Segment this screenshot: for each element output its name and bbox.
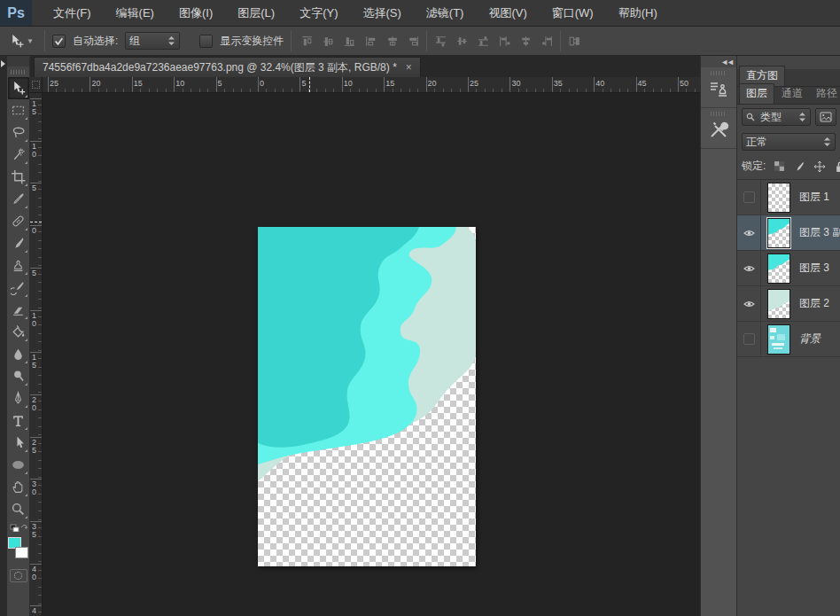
path-selection-tool[interactable] xyxy=(8,432,29,454)
clone-source-panel-button[interactable] xyxy=(701,67,736,108)
pen-tool[interactable] xyxy=(8,387,29,409)
brush-tool[interactable] xyxy=(8,232,29,254)
type-tool[interactable] xyxy=(8,409,29,432)
layer-thumbnail[interactable] xyxy=(767,289,790,319)
dist-top-button[interactable] xyxy=(432,33,448,49)
visibility-toggle[interactable] xyxy=(737,215,761,250)
align-bottom-button[interactable] xyxy=(341,33,357,49)
horizontal-ruler[interactable]: 25201510505101520253035404550 xyxy=(43,77,700,93)
default-and-swap-colors-icon[interactable] xyxy=(10,522,27,532)
menu-item-2[interactable]: 图像(I) xyxy=(168,0,223,26)
visibility-toggle[interactable] xyxy=(737,286,761,321)
show-transform-checkbox[interactable] xyxy=(199,35,213,48)
tool-presets-panel-button[interactable] xyxy=(701,108,736,149)
filter-by-pixel-layers-button[interactable] xyxy=(815,108,836,126)
rectangular-marquee-tool[interactable] xyxy=(8,99,29,121)
clone-stamp-tool[interactable] xyxy=(8,254,29,277)
eyedropper-tool[interactable] xyxy=(8,188,29,210)
auto-select-checkbox[interactable] xyxy=(52,35,66,48)
layer-thumbnail[interactable] xyxy=(767,324,790,355)
spot-healing-tool[interactable] xyxy=(8,210,29,232)
eye-empty-well xyxy=(743,191,755,203)
lock-position-button[interactable] xyxy=(813,160,827,174)
menu-item-5[interactable]: 选择(S) xyxy=(352,0,411,26)
blur-tool[interactable] xyxy=(8,343,29,365)
close-icon[interactable]: × xyxy=(406,61,412,74)
history-brush-tool[interactable] xyxy=(8,277,29,299)
move-tool[interactable] xyxy=(8,77,29,99)
visibility-toggle[interactable] xyxy=(737,322,761,356)
lasso-tool[interactable] xyxy=(8,121,29,144)
tab-路径[interactable]: 路径 xyxy=(810,84,840,104)
blend-mode-dropdown[interactable]: 正常 xyxy=(742,133,836,151)
menu-item-3[interactable]: 图层(L) xyxy=(227,0,285,26)
document-canvas[interactable] xyxy=(258,227,476,566)
toolbox-header[interactable] xyxy=(7,56,29,66)
layer-thumbnail[interactable] xyxy=(767,218,790,248)
align-right-button[interactable] xyxy=(405,33,421,49)
panels-dock: 直方图 图层通道路径 类型 xyxy=(737,56,840,616)
layer-filter-kind-dropdown[interactable]: 类型 xyxy=(742,108,811,126)
toolbox-collapse-icon[interactable] xyxy=(1,60,5,67)
tool-preset-picker[interactable]: ▼ xyxy=(5,34,37,49)
magic-wand-tool[interactable] xyxy=(8,144,29,166)
menu-item-8[interactable]: 窗口(W) xyxy=(541,0,604,26)
ruler-tick-label: 20 xyxy=(428,79,437,88)
zoom-tool[interactable] xyxy=(8,498,29,520)
visibility-toggle[interactable] xyxy=(737,180,761,214)
flyout-indicator-icon xyxy=(25,294,27,297)
menu-item-7[interactable]: 视图(V) xyxy=(478,0,537,26)
background-color-swatch[interactable] xyxy=(15,547,28,558)
collapse-panels-icon[interactable]: ◄◄ xyxy=(720,58,733,66)
layer-row-1[interactable]: 图层 3 副本 xyxy=(737,215,840,251)
lock-transparent-pixels-button[interactable] xyxy=(772,160,786,174)
layer-row-4[interactable]: 背景 xyxy=(737,322,840,357)
auto-align-button[interactable] xyxy=(566,33,582,49)
auto-select-scope-dropdown[interactable]: 组 xyxy=(125,32,180,50)
align-top-button[interactable] xyxy=(299,33,315,49)
dist-vcenter-button[interactable] xyxy=(454,33,470,49)
dist-bottom-button[interactable] xyxy=(475,33,491,49)
eraser-tool[interactable] xyxy=(8,299,29,321)
menu-item-1[interactable]: 编辑(E) xyxy=(105,0,165,26)
layer-row-0[interactable]: 图层 1 xyxy=(737,180,840,215)
layer-thumbnail[interactable] xyxy=(767,253,790,284)
align-vcenter-button[interactable] xyxy=(320,33,336,49)
dist-left-button[interactable] xyxy=(496,33,512,49)
quick-mask-button[interactable] xyxy=(10,569,27,582)
vertical-ruler[interactable]: 15105051015202530354045 xyxy=(30,93,43,616)
align-hcenter-button[interactable] xyxy=(384,33,400,49)
align-left-button[interactable] xyxy=(362,33,378,49)
layer-thumbnail[interactable] xyxy=(767,183,790,213)
dist-right-button[interactable] xyxy=(539,33,555,49)
crop-tool[interactable] xyxy=(8,166,29,188)
menu-item-4[interactable]: 文字(Y) xyxy=(289,0,348,26)
flyout-indicator-icon xyxy=(25,95,27,97)
tab-图层[interactable]: 图层 xyxy=(739,83,774,104)
menu-item-0[interactable]: 文件(F) xyxy=(43,0,102,26)
dodge-tool[interactable] xyxy=(8,365,29,387)
canvas-pasteboard[interactable] xyxy=(43,93,700,616)
quick-mask-icon xyxy=(14,572,22,580)
ruler-origin-corner[interactable] xyxy=(30,77,43,93)
rectangular-marquee-tool-icon xyxy=(11,103,26,118)
layer-row-2[interactable]: 图层 3 xyxy=(737,251,840,286)
tab-通道[interactable]: 通道 xyxy=(775,84,809,104)
visibility-toggle[interactable] xyxy=(737,251,761,285)
history-brush-tool-icon xyxy=(11,280,26,295)
dist-top-icon xyxy=(434,35,447,48)
lock-image-pixels-button[interactable] xyxy=(792,160,806,174)
dist-hcenter-button[interactable] xyxy=(517,33,533,49)
paint-bucket-tool[interactable] xyxy=(8,321,29,343)
layer-row-3[interactable]: 图层 2 xyxy=(737,286,840,322)
menu-item-9[interactable]: 帮助(H) xyxy=(608,0,668,26)
layers-panel-empty-area xyxy=(737,357,840,616)
align-right-icon xyxy=(407,35,420,48)
hand-tool[interactable] xyxy=(8,476,29,498)
ellipse-tool[interactable] xyxy=(8,454,29,476)
menu-item-6[interactable]: 滤镜(T) xyxy=(416,0,475,26)
lock-all-button[interactable] xyxy=(833,160,840,174)
menu-bar: Ps 文件(F)编辑(E)图像(I)图层(L)文字(Y)选择(S)滤镜(T)视图… xyxy=(0,0,840,27)
updown-arrows-icon xyxy=(823,136,831,147)
document-tab[interactable]: 74556f67dba4a2de9a7236aeae97763.png @ 32… xyxy=(34,57,421,77)
